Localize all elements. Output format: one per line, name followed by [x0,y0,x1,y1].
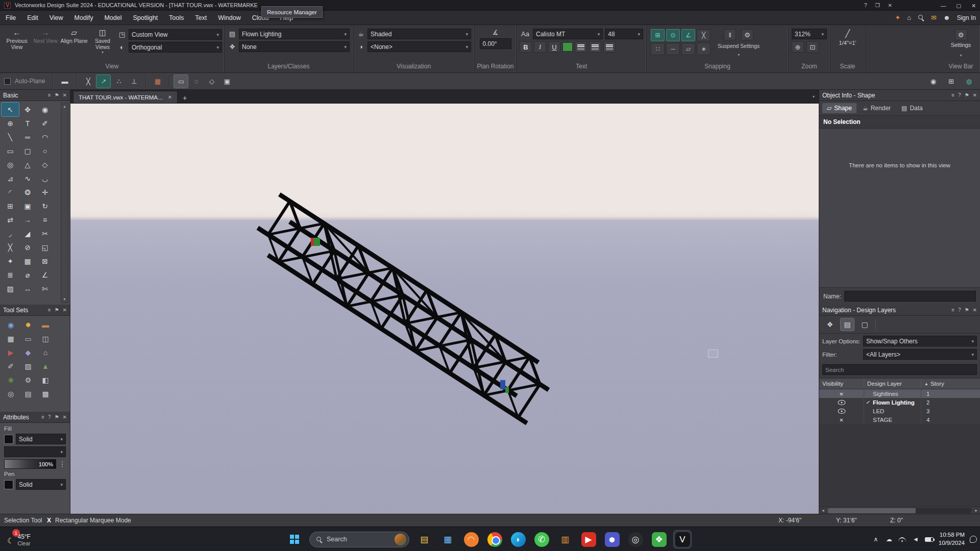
new-layer-icon[interactable]: ⊞ [944,75,958,88]
landmark-tool-set[interactable]: ❀ [2,373,19,387]
account-icon[interactable]: ☻ [943,14,950,21]
align-justify-button[interactable] [603,41,616,53]
tab-render[interactable]: ☕ Render [858,103,895,113]
offset-tool[interactable]: ≡ [36,213,54,227]
building-shell-tool-set[interactable]: ⌂ [37,345,54,359]
hatch-tool[interactable]: ▨ [2,282,19,295]
locus-tool[interactable]: ✛ [36,185,54,199]
visibility-cell[interactable] [819,389,864,398]
align-left-button[interactable] [575,41,587,53]
plan-rotation-input[interactable]: 0.00° [480,38,511,49]
basic-palette-scrollbar[interactable] [61,103,68,303]
quarter-arc-tool[interactable]: ◡ [36,171,54,185]
rotate-tool[interactable]: ↻ [36,199,54,213]
site-planning-tool-set[interactable]: ▲ [37,359,54,373]
measure-tool[interactable]: ⌀ [19,268,36,282]
fillet-tool[interactable]: ◞ [2,227,19,240]
snap-to-working-plane[interactable]: ▱ [681,43,695,55]
snap-to-distance[interactable]: ∷ [651,43,665,55]
tab-data[interactable]: ▤ Data [897,103,927,113]
freehand-tool[interactable]: ∿ [19,171,36,185]
3d-viewport[interactable] [70,104,819,514]
triangle-tool[interactable]: △ [19,158,36,171]
vectorworks-icon[interactable]: V [674,531,691,548]
scroll-down-icon[interactable] [63,297,65,302]
bold-button[interactable]: B [520,41,532,53]
palette-menu-icon[interactable]: ≡ [41,414,44,420]
machine-design-tool-set[interactable]: ⚙ [19,373,37,387]
fill-style-dropdown[interactable]: Solid [16,434,66,444]
volume-icon[interactable]: ◄ [912,536,920,543]
scale-tool[interactable]: ⊠ [36,254,54,268]
zoom-fit-icon[interactable]: ⊡ [806,41,819,53]
new-tab-button[interactable]: + [183,94,187,102]
marquee-options-icon[interactable]: ▣ [220,75,234,88]
video-tool-set[interactable]: ▶ [2,345,19,359]
scroll-left-icon[interactable] [819,508,827,513]
fill-color-dropdown[interactable] [4,446,66,457]
visibility-icon[interactable]: ◉ [926,75,940,88]
battery-icon[interactable] [925,537,934,542]
render-mode-dropdown[interactable]: Shaded [368,29,471,39]
split-tool[interactable]: ╳ [2,240,19,254]
story-column-header[interactable]: Story [930,381,944,387]
File[interactable]: File [0,11,21,24]
suspend-snapping-button[interactable]: ‖ [724,29,736,40]
auto-plane-checkbox[interactable] [4,78,11,85]
zoom-in-marquee-icon[interactable]: ⊕ [792,41,804,53]
view-bar-settings-chevron[interactable] [960,49,962,59]
rigging-tool-set[interactable]: ▬ [37,318,54,332]
protractor-tool[interactable]: ∠ [36,268,54,282]
palette-menu-icon[interactable]: ≡ [951,307,954,313]
layer-table-header[interactable]: Visibility Design Layer ▲ Story [819,378,980,389]
palette-pin-icon[interactable]: ⚑ [55,414,59,420]
Spotlight[interactable]: Spotlight [127,11,163,24]
arc-tool[interactable]: ◠ [36,130,54,144]
reshape-tool[interactable]: ✦ [2,254,19,268]
pan-tool[interactable]: ✥ [19,103,36,116]
line-tool[interactable]: ╲ [2,130,19,144]
document-tab[interactable]: THAT TOUR.vwx - WATERMA... ✕ [73,91,178,103]
stage-tool-set[interactable]: ▭ [19,332,37,345]
visibility-cell[interactable] [819,407,864,415]
align-tool[interactable]: ≣ [2,268,19,282]
clock[interactable]: 10:58 PM 10/9/2024 [939,531,965,547]
start-button[interactable] [286,531,303,548]
rounded-rectangle-tool[interactable]: ▢ [19,144,36,158]
mirror-tool[interactable]: ⇄ [2,213,19,227]
close-button[interactable]: ✕ [971,3,976,9]
help-icon[interactable]: ? [864,3,867,8]
Text[interactable]: Text [189,11,212,24]
tab-list-chevron[interactable] [813,91,815,100]
flyover-tool[interactable]: ◉ [36,103,54,116]
rectangular-marquee-icon[interactable]: ▭ [174,75,188,88]
layer-filter-dropdown[interactable]: <All Layers> [863,349,977,360]
oval-tool[interactable]: ◎ [2,158,19,171]
Modify[interactable]: Modify [69,11,99,24]
classes-icon[interactable]: ❖ [823,318,837,331]
text-tool[interactable]: T [19,116,36,130]
visibility-column-header[interactable]: Visibility [819,379,864,389]
firefox-icon[interactable]: ◠ [462,531,480,548]
palette-help-icon[interactable]: ? [958,307,961,313]
whatsapp-icon[interactable]: ✆ [533,531,550,548]
viewports-icon[interactable]: ▢ [858,318,871,331]
feedback-icon[interactable]: ✉ [931,14,937,21]
taskbar-search[interactable]: Search [309,532,409,547]
red-media-icon[interactable]: ▶ [580,531,597,548]
clip-tool[interactable]: ⊘ [19,240,36,254]
perpendicular-snap-icon[interactable]: ⊥ [127,75,141,88]
palette-pin-icon[interactable]: ⚑ [965,92,969,98]
palette-help-icon[interactable]: ? [48,414,51,420]
next-view-button[interactable]: → Next View [32,29,59,55]
palette-close-icon[interactable]: ✕ [63,307,67,313]
close-document-icon[interactable]: ✕ [888,3,892,8]
align-plane-button[interactable]: ▱ Align Plane [60,29,88,55]
snap-to-grid[interactable]: ⊞ [651,29,665,41]
snap-to-loci[interactable]: ∗ [697,43,710,55]
palette-menu-icon[interactable]: ≡ [48,307,51,313]
scrollbar-thumb[interactable] [828,508,916,513]
scroll-up-icon[interactable] [63,104,65,109]
saved-views-button[interactable]: ◫ Saved Views ▾ [89,29,116,55]
Tools[interactable]: Tools [163,11,189,24]
